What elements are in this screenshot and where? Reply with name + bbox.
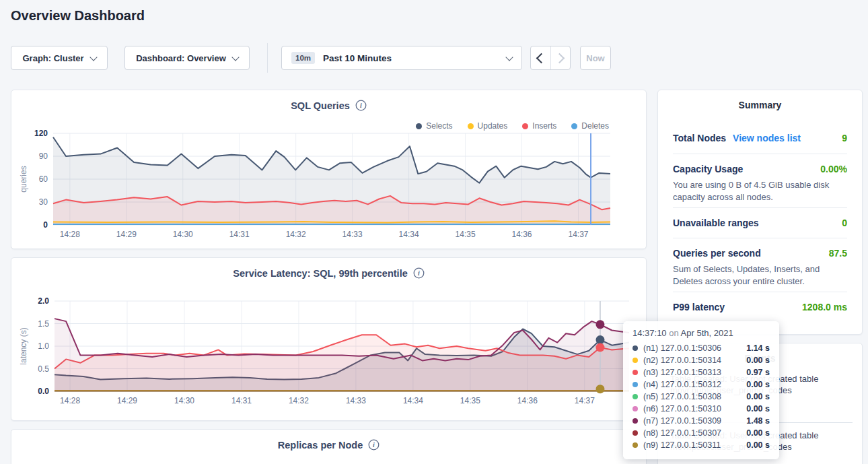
stat-value: 0 — [842, 218, 847, 228]
stat-label: Capacity Usage — [673, 164, 743, 174]
node-latency-value: 0.00 s — [746, 440, 770, 450]
info-icon[interactable]: i — [413, 267, 425, 279]
now-button[interactable]: Now — [580, 46, 611, 70]
service-latency-chart[interactable]: 14:2814:2914:3014:3114:3214:3314:3414:35… — [11, 258, 646, 421]
svg-text:14:33: 14:33 — [342, 230, 363, 239]
node-latency-value: 0.00 s — [746, 392, 770, 401]
tooltip-node-row: (n3) 127.0.0.1:503130.97 s — [632, 366, 770, 378]
stat-label: Unavailable ranges — [673, 218, 759, 228]
replicas-per-node-card: Replicas per Node i — [11, 429, 647, 464]
node-latency-value: 0.97 s — [746, 368, 770, 377]
node-latency-value: 0.00 s — [746, 428, 770, 438]
stat-value: 87.5 — [829, 248, 847, 259]
node-address: (n3) 127.0.0.1:50313 — [643, 368, 721, 377]
stat-total-nodes: Total Nodes View nodes list 9 — [673, 133, 847, 143]
svg-text:30: 30 — [39, 197, 48, 207]
svg-text:2.0: 2.0 — [38, 296, 49, 306]
sql-queries-chart[interactable]: 14:2814:2914:3014:3114:3214:3314:3414:35… — [11, 90, 646, 249]
svg-text:14:29: 14:29 — [116, 230, 137, 239]
svg-text:14:34: 14:34 — [399, 230, 419, 239]
svg-text:i: i — [360, 102, 362, 109]
tooltip-header: 14:37:10 on Apr 5th, 2021 — [632, 328, 770, 338]
time-forward-button[interactable] — [550, 46, 571, 69]
time-range-label: Past 10 Minutes — [323, 53, 392, 63]
stat-p99-latency: P99 latency 1208.0 ms — [673, 302, 847, 312]
stat-value: 0.00% — [820, 164, 847, 174]
summary-heading: Summary — [658, 100, 862, 110]
node-address: (n7) 127.0.0.1:50309 — [643, 416, 721, 426]
time-back-button[interactable] — [531, 46, 550, 69]
node-address: (n8) 127.0.0.1:50307 — [643, 428, 721, 438]
view-nodes-list-link[interactable]: View nodes list — [733, 133, 801, 143]
node-address: (n4) 127.0.0.1:50312 — [643, 380, 721, 389]
chevron-right-icon — [554, 53, 565, 63]
svg-text:14:37: 14:37 — [568, 230, 588, 239]
deletes-series-dot — [571, 123, 577, 129]
chart-title: Service Latency: SQL, 99th percentile — [233, 268, 408, 279]
tooltip-rows: (n1) 127.0.0.1:503061.14 s(n2) 127.0.0.1… — [632, 342, 770, 451]
node-address: (n2) 127.0.0.1:50314 — [643, 356, 721, 365]
graph-selector-dropdown[interactable]: Graph: Cluster — [11, 46, 108, 70]
svg-text:14:30: 14:30 — [173, 230, 193, 239]
svg-text:60: 60 — [39, 174, 48, 184]
svg-text:14:36: 14:36 — [517, 396, 538, 405]
chevron-left-icon — [536, 53, 547, 63]
tooltip-on: on — [669, 328, 678, 338]
node-latency-value: 0.00 s — [746, 404, 770, 413]
node-series-dot — [632, 358, 638, 363]
tooltip-node-row: (n1) 127.0.0.1:503061.14 s — [632, 342, 770, 354]
time-range-dropdown[interactable]: 10m Past 10 Minutes — [281, 46, 522, 70]
divider — [673, 292, 847, 292]
svg-text:i: i — [373, 441, 375, 449]
svg-text:14:31: 14:31 — [231, 396, 252, 405]
updates-series-dot — [468, 123, 474, 129]
tooltip-node-row: (n6) 127.0.0.1:503100.00 s — [632, 403, 770, 415]
inserts-series-dot — [522, 123, 528, 129]
sql-queries-legend: SelectsUpdatesInsertsDeletes — [416, 121, 609, 131]
svg-text:14:35: 14:35 — [460, 396, 480, 405]
node-address: (n9) 127.0.0.1:50311 — [643, 440, 721, 450]
svg-text:latency (s): latency (s) — [19, 327, 28, 364]
node-series-dot — [632, 345, 638, 351]
time-range-badge: 10m — [291, 52, 315, 64]
node-address: (n1) 127.0.0.1:50306 — [643, 343, 721, 353]
legend-item-selects[interactable]: Selects — [416, 121, 452, 131]
node-series-dot — [632, 406, 638, 411]
stat-description: Sum of Selects, Updates, Inserts, and De… — [673, 263, 847, 288]
chevron-down-icon — [505, 53, 513, 61]
legend-label: Inserts — [532, 121, 556, 131]
tooltip-node-row: (n7) 127.0.0.1:503091.48 s — [632, 415, 770, 427]
svg-text:14:34: 14:34 — [403, 396, 423, 405]
tooltip-node-row: (n8) 127.0.0.1:503070.00 s — [632, 427, 770, 439]
svg-text:0.0: 0.0 — [38, 387, 49, 396]
legend-item-deletes[interactable]: Deletes — [571, 121, 609, 131]
chart-title: Replicas per Node — [278, 440, 363, 451]
page-title: Overview Dashboard — [11, 8, 145, 24]
time-pager — [530, 46, 571, 70]
stat-label: Total Nodes — [673, 133, 726, 143]
node-series-dot — [632, 382, 638, 387]
svg-text:14:32: 14:32 — [289, 396, 309, 405]
svg-text:0: 0 — [43, 220, 48, 230]
node-series-dot — [632, 430, 638, 436]
node-series-dot — [632, 442, 638, 448]
service-latency-card: 14:2814:2914:3014:3114:3214:3314:3414:35… — [11, 257, 647, 421]
sql-queries-card: 14:2814:2914:3014:3114:3214:3314:3414:35… — [11, 90, 647, 249]
svg-text:14:36: 14:36 — [511, 230, 532, 239]
svg-text:14:33: 14:33 — [346, 396, 366, 405]
svg-text:14:30: 14:30 — [174, 396, 194, 405]
svg-text:90: 90 — [39, 152, 48, 161]
svg-text:14:29: 14:29 — [117, 396, 137, 405]
legend-item-updates[interactable]: Updates — [468, 121, 508, 131]
legend-item-inserts[interactable]: Inserts — [522, 121, 556, 131]
svg-text:1.0: 1.0 — [38, 341, 49, 351]
stat-value: 1208.0 ms — [802, 302, 847, 312]
info-icon[interactable]: i — [368, 439, 379, 451]
service-latency-title-row: Service Latency: SQL, 99th percentile i — [11, 267, 646, 279]
svg-text:14:31: 14:31 — [229, 230, 250, 239]
node-series-dot — [632, 370, 638, 375]
stat-capacity-usage: Capacity Usage 0.00% You are using 0 B o… — [673, 164, 847, 203]
dashboard-selector-dropdown[interactable]: Dashboard: Overview — [124, 46, 250, 70]
info-icon[interactable]: i — [355, 100, 367, 111]
stat-label: Queries per second — [673, 248, 761, 259]
